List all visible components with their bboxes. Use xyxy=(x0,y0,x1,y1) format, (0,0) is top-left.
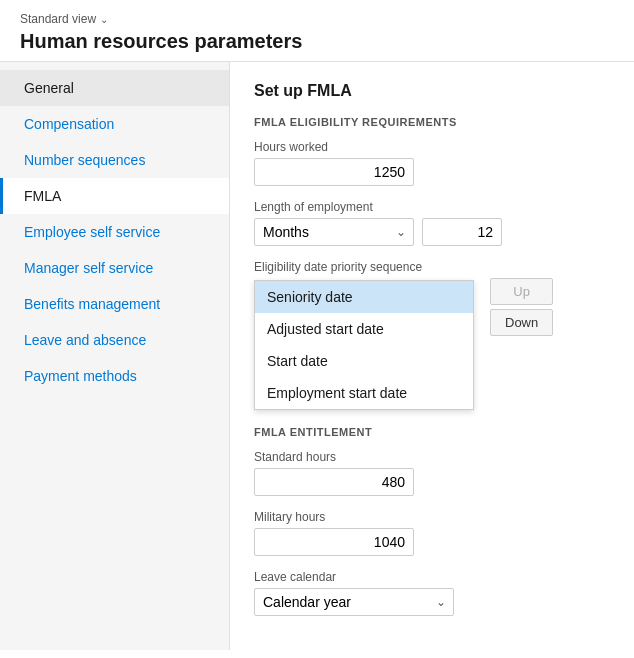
sidebar-item-number-sequences[interactable]: Number sequences xyxy=(0,142,229,178)
military-hours-group: Military hours xyxy=(254,510,610,556)
standard-view-button[interactable]: Standard view ⌄ xyxy=(20,12,614,26)
eligibility-option-start-date[interactable]: Start date xyxy=(255,345,473,377)
chevron-down-icon: ⌄ xyxy=(100,14,108,25)
sidebar: General Compensation Number sequences FM… xyxy=(0,62,230,650)
length-of-employment-label: Length of employment xyxy=(254,200,610,214)
length-number-input[interactable] xyxy=(422,218,502,246)
entitlement-section: FMLA ENTITLEMENT Standard hours Military… xyxy=(254,426,610,616)
standard-hours-input[interactable] xyxy=(254,468,414,496)
eligibility-date-label: Eligibility date priority sequence xyxy=(254,260,610,274)
page-header: Standard view ⌄ Human resources paramete… xyxy=(0,0,634,62)
sidebar-item-compensation[interactable]: Compensation xyxy=(0,106,229,142)
eligibility-dropdown-popup: Seniority date Adjusted start date Start… xyxy=(254,280,474,410)
main-content: Set up FMLA FMLA ELIGIBILITY REQUIREMENT… xyxy=(230,62,634,650)
sidebar-item-label: General xyxy=(24,80,74,96)
sidebar-item-label: Employee self service xyxy=(24,224,160,240)
eligibility-option-seniority[interactable]: Seniority date xyxy=(255,281,473,313)
sidebar-item-label: Leave and absence xyxy=(24,332,146,348)
sidebar-item-payment-methods[interactable]: Payment methods xyxy=(0,358,229,394)
content-area: General Compensation Number sequences FM… xyxy=(0,62,634,650)
length-dropdown-wrapper: Months Years Days ⌄ xyxy=(254,218,414,246)
eligibility-section-label: FMLA ELIGIBILITY REQUIREMENTS xyxy=(254,116,610,128)
sidebar-item-label: Compensation xyxy=(24,116,114,132)
hours-worked-input[interactable] xyxy=(254,158,414,186)
eligibility-date-group: Eligibility date priority sequence Senio… xyxy=(254,260,610,410)
sidebar-item-label: Manager self service xyxy=(24,260,153,276)
eligibility-option-adjusted-start[interactable]: Adjusted start date xyxy=(255,313,473,345)
standard-hours-label: Standard hours xyxy=(254,450,610,464)
entitlement-section-label: FMLA ENTITLEMENT xyxy=(254,426,610,438)
down-button[interactable]: Down xyxy=(490,309,553,336)
sidebar-item-general[interactable]: General xyxy=(0,70,229,106)
sidebar-item-label: FMLA xyxy=(24,188,61,204)
military-hours-input[interactable] xyxy=(254,528,414,556)
eligibility-option-employment-start[interactable]: Employment start date xyxy=(255,377,473,409)
length-row: Months Years Days ⌄ xyxy=(254,218,610,246)
standard-view-label: Standard view xyxy=(20,12,96,26)
leave-calendar-label: Leave calendar xyxy=(254,570,610,584)
length-dropdown[interactable]: Months Years Days xyxy=(254,218,414,246)
sidebar-item-fmla[interactable]: FMLA xyxy=(0,178,229,214)
sidebar-item-label: Number sequences xyxy=(24,152,145,168)
sidebar-item-manager-self-service[interactable]: Manager self service xyxy=(0,250,229,286)
page-title: Human resources parameters xyxy=(20,30,614,53)
leave-calendar-group: Leave calendar Calendar year Fiscal year… xyxy=(254,570,610,616)
military-hours-label: Military hours xyxy=(254,510,610,524)
sidebar-item-benefits-management[interactable]: Benefits management xyxy=(0,286,229,322)
hours-worked-group: Hours worked xyxy=(254,140,610,186)
sidebar-item-leave-and-absence[interactable]: Leave and absence xyxy=(0,322,229,358)
length-of-employment-group: Length of employment Months Years Days ⌄ xyxy=(254,200,610,246)
section-title: Set up FMLA xyxy=(254,82,610,100)
hours-worked-label: Hours worked xyxy=(254,140,610,154)
up-button[interactable]: Up xyxy=(490,278,553,305)
leave-calendar-dropdown[interactable]: Calendar year Fiscal year xyxy=(254,588,454,616)
up-down-buttons: Up Down xyxy=(490,278,553,336)
sidebar-item-employee-self-service[interactable]: Employee self service xyxy=(0,214,229,250)
leave-calendar-dropdown-wrapper: Calendar year Fiscal year ⌄ xyxy=(254,588,454,616)
sidebar-item-label: Benefits management xyxy=(24,296,160,312)
standard-hours-group: Standard hours xyxy=(254,450,610,496)
sidebar-item-label: Payment methods xyxy=(24,368,137,384)
